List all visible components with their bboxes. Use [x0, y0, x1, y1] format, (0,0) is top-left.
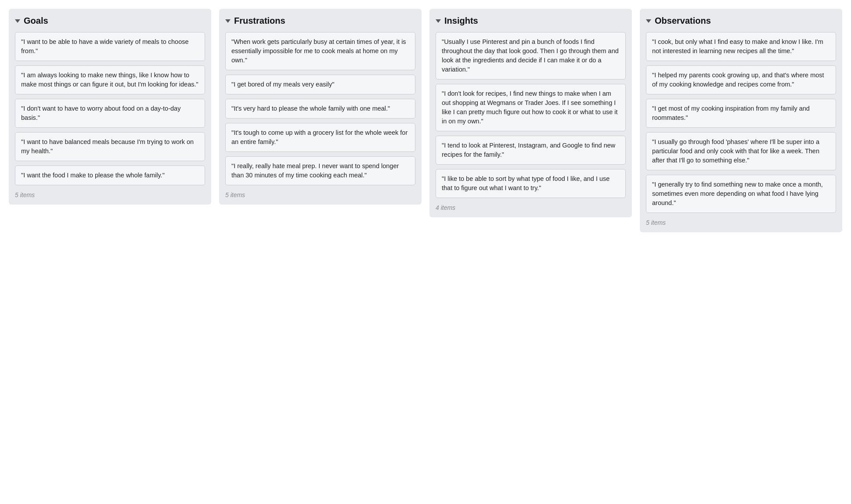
card-frustrations-4: "I really, really hate meal prep. I neve…: [225, 156, 415, 185]
cards-container-insights: "Usually I use Pinterest and pin a bunch…: [436, 32, 626, 198]
column-header-frustrations: Frustrations: [225, 16, 415, 26]
cards-container-goals: "I want to be able to have a wide variet…: [15, 32, 205, 185]
chevron-down-icon[interactable]: [15, 19, 20, 23]
card-frustrations-3: "It's tough to come up with a grocery li…: [225, 123, 415, 152]
card-insights-1: "I don't look for recipes, I find new th…: [436, 84, 626, 131]
card-frustrations-0: "When work gets particularly busy at cer…: [225, 32, 415, 70]
card-frustrations-1: "I get bored of my meals very easily": [225, 75, 415, 94]
card-observations-4: "I generally try to find something new t…: [646, 175, 836, 213]
column-title-frustrations: Frustrations: [234, 16, 285, 26]
column-title-goals: Goals: [24, 16, 48, 26]
card-goals-4: "I want the food I make to please the wh…: [15, 166, 205, 185]
column-title-insights: Insights: [444, 16, 478, 26]
column-footer-goals: 5 items: [15, 191, 205, 198]
column-header-insights: Insights: [436, 16, 626, 26]
card-observations-2: "I get most of my cooking inspiration fr…: [646, 99, 836, 128]
card-goals-0: "I want to be able to have a wide variet…: [15, 32, 205, 61]
card-observations-1: "I helped my parents cook growing up, an…: [646, 65, 836, 94]
column-goals: Goals"I want to be able to have a wide v…: [9, 9, 211, 205]
board: Goals"I want to be able to have a wide v…: [9, 9, 842, 232]
column-footer-observations: 5 items: [646, 219, 836, 226]
card-observations-0: "I cook, but only what I find easy to ma…: [646, 32, 836, 61]
column-title-observations: Observations: [655, 16, 711, 26]
cards-container-frustrations: "When work gets particularly busy at cer…: [225, 32, 415, 185]
card-insights-2: "I tend to look at Pinterest, Instagram,…: [436, 136, 626, 165]
column-insights: Insights"Usually I use Pinterest and pin…: [429, 9, 632, 217]
column-header-observations: Observations: [646, 16, 836, 26]
card-observations-3: "I usually go through food 'phases' wher…: [646, 132, 836, 170]
card-goals-3: "I want to have balanced meals because I…: [15, 132, 205, 161]
column-footer-insights: 4 items: [436, 204, 626, 211]
column-footer-frustrations: 5 items: [225, 191, 415, 198]
column-frustrations: Frustrations"When work gets particularly…: [219, 9, 422, 205]
card-goals-1: "I am always looking to make new things,…: [15, 65, 205, 94]
card-goals-2: "I don't want to have to worry about foo…: [15, 99, 205, 128]
column-header-goals: Goals: [15, 16, 205, 26]
card-insights-3: "I like to be able to sort by what type …: [436, 169, 626, 198]
cards-container-observations: "I cook, but only what I find easy to ma…: [646, 32, 836, 213]
chevron-down-icon[interactable]: [225, 19, 231, 23]
card-insights-0: "Usually I use Pinterest and pin a bunch…: [436, 32, 626, 79]
column-observations: Observations"I cook, but only what I fin…: [640, 9, 842, 232]
chevron-down-icon[interactable]: [436, 19, 441, 23]
card-frustrations-2: "It's very hard to please the whole fami…: [225, 99, 415, 119]
chevron-down-icon[interactable]: [646, 19, 651, 23]
